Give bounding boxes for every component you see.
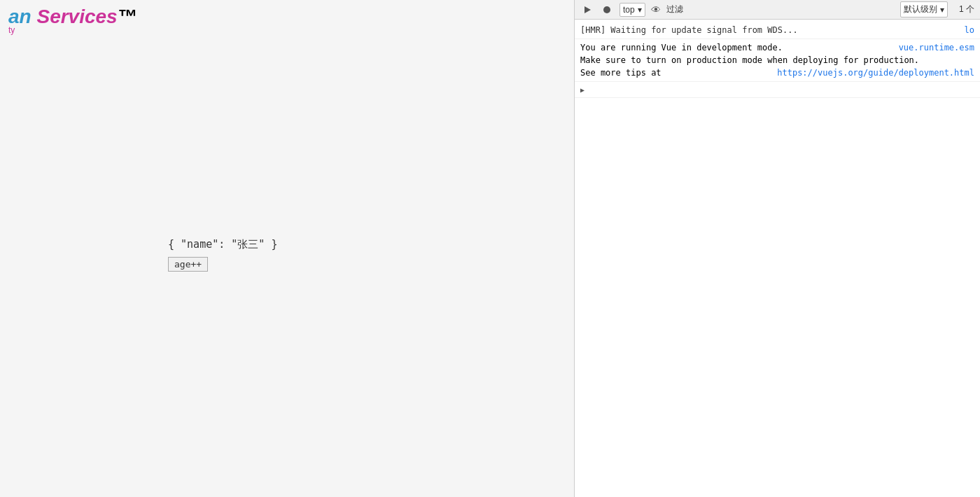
logo-area: an Services™ ty [0,0,146,41]
filter-label: 过滤 [666,4,683,15]
logo-an: an [8,6,31,27]
age-button[interactable]: age++ [168,257,208,272]
top-label: top [623,5,635,15]
eye-icon[interactable]: 👁 [651,4,661,15]
console-line-vue: You are running Vue in development mode.… [575,39,980,82]
json-display: { "name": "张三" } [168,238,277,251]
vue-warning-text-line2: Make sure to turn on production mode whe… [580,54,974,66]
play-icon [584,6,591,13]
console-line-hmr: [HMR] Waiting for update signal from WDS… [575,22,980,39]
default-level-dropdown[interactable]: 默认级别 ▾ [900,1,948,18]
console-content: [HMR] Waiting for update signal from WDS… [575,20,980,497]
count-badge: 1 个 [959,4,974,15]
hmr-source[interactable]: lo [965,24,974,36]
devtools-toolbar: top ▾ 👁 过滤 默认级别 ▾ 1 个 [575,0,980,20]
vue-docs-link[interactable]: https://vuejs.org/guide/deployment.html [777,66,974,79]
block-button[interactable] [600,3,614,17]
vue-warning-text-main: You are running Vue in development mode. [580,41,893,54]
app-panel: an Services™ ty { "name": "张三" } age++ [0,0,574,497]
top-dropdown[interactable]: top ▾ [620,3,645,17]
hmr-message: [HMR] Waiting for update signal from WDS… [580,24,959,36]
logo-text: an Services™ [8,6,137,28]
chevron-down-icon: ▾ [638,5,642,15]
vue-warning-source[interactable]: vue.runtime.esm [899,41,974,54]
expand-icon[interactable]: ▶ [580,85,584,95]
chevron-down-icon-level: ▾ [940,5,944,15]
default-level-label: 默认级别 [904,4,937,15]
block-icon [603,6,610,13]
vue-warning-text-line3: See more tips at [580,66,777,79]
devtools-panel: top ▾ 👁 过滤 默认级别 ▾ 1 个 [HMR] Waiting for … [574,0,980,497]
console-line-expandable[interactable]: ▶ [575,82,980,98]
main-content: { "name": "张三" } age++ [0,56,574,497]
play-button[interactable] [580,3,594,17]
logo-services: Services [31,6,118,27]
